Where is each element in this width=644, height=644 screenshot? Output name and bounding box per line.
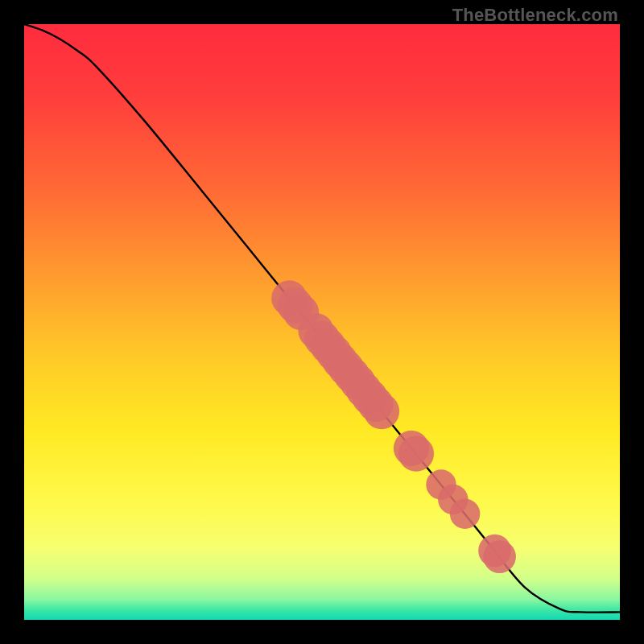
chart-overlay xyxy=(24,24,620,620)
stage: TheBottleneck.com xyxy=(0,0,644,644)
chart-marker xyxy=(364,394,399,429)
chart-marker xyxy=(450,499,480,529)
chart-marker xyxy=(483,540,516,573)
chart-plot-area xyxy=(24,24,620,620)
watermark-text: TheBottleneck.com xyxy=(452,5,618,26)
chart-marker xyxy=(398,436,434,471)
